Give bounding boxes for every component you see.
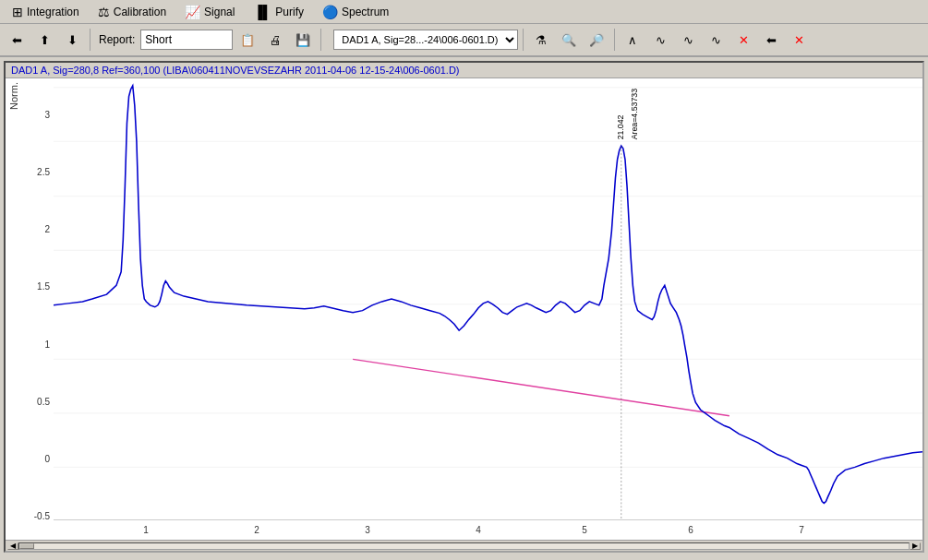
separator-3 [523, 29, 524, 51]
x-axis: 1 2 3 4 5 6 7 [54, 519, 922, 540]
svg-text:1: 1 [143, 525, 149, 535]
toolbar-signal-d[interactable]: ∿ [703, 27, 729, 53]
separator-2 [320, 29, 321, 51]
menu-purify[interactable]: ▐▌ Purify [245, 2, 312, 22]
svg-text:5: 5 [582, 525, 587, 535]
toolbar-prev[interactable]: ⬅ [758, 27, 784, 53]
toolbar-clear[interactable]: ✕ [730, 27, 756, 53]
toolbar-zoom-in[interactable]: 🔍 [556, 27, 582, 53]
scrollbar-horizontal[interactable]: ◀ ▶ [6, 540, 922, 551]
menu-purify-label: Purify [275, 6, 304, 18]
signal-select-wrapper: DAD1 A, Sig=28...-24\006-0601.D) [333, 30, 518, 50]
menu-calibration-label: Calibration [114, 6, 166, 18]
scroll-left-arrow[interactable]: ◀ [7, 542, 18, 550]
svg-text:4: 4 [476, 525, 481, 535]
report-input[interactable] [140, 30, 233, 50]
toolbar-close[interactable]: ✕ [786, 27, 812, 53]
chart-inner: Norm. 3 2.5 2 1.5 1 0.5 0 -0.5 [6, 78, 922, 540]
signal-select[interactable]: DAD1 A, Sig=28...-24\006-0601.D) [333, 30, 518, 50]
chart-container: DAD1 A, Sig=280,8 Ref=360,100 (LIBA\0604… [4, 61, 924, 553]
purify-icon: ▐▌ [253, 5, 271, 19]
menu-spectrum[interactable]: 🔵 Spectrum [314, 2, 397, 22]
annotation-area: Area=4.53733 [629, 89, 638, 139]
menu-signal-label: Signal [204, 6, 235, 18]
calibration-icon: ⚖ [98, 5, 110, 19]
scroll-right-arrow[interactable]: ▶ [910, 542, 921, 550]
y-axis-label: Norm. [6, 82, 22, 110]
toolbar-signal-a[interactable]: ∧ [620, 27, 645, 53]
x-axis-svg: 1 2 3 4 5 6 7 [54, 520, 922, 541]
y-axis-ticks: 3 2.5 2 1.5 1 0.5 0 -0.5 [6, 110, 54, 521]
report-label: Report: [99, 33, 135, 46]
menu-calibration[interactable]: ⚖ Calibration [90, 2, 175, 22]
chart-plot: 21.042 Area=4.53733 [54, 78, 922, 519]
toolbar-zoom-out[interactable]: 🔎 [584, 27, 609, 53]
separator-4 [614, 29, 615, 51]
chart-svg: 21.042 Area=4.53733 [54, 78, 922, 519]
toolbar-funnel[interactable]: ⚗ [528, 27, 554, 53]
toolbar-btn-1[interactable]: ⬅ [4, 27, 30, 53]
svg-text:3: 3 [365, 525, 370, 535]
report-btn-2[interactable]: 🖨 [262, 27, 288, 53]
toolbar-signal-c[interactable]: ∿ [675, 27, 701, 53]
toolbar: ⬅ ⬆ ⬇ Report: 📋 🖨 💾 DAD1 A, Sig=28...-24… [0, 24, 928, 57]
menu-bar: ⊞ Integration ⚖ Calibration 📈 Signal ▐▌ … [0, 0, 928, 24]
report-btn-3[interactable]: 💾 [290, 27, 316, 53]
menu-integration-label: Integration [27, 6, 79, 18]
toolbar-btn-2[interactable]: ⬆ [31, 27, 57, 53]
svg-line-8 [353, 359, 729, 415]
scroll-track[interactable] [18, 542, 910, 550]
integration-icon: ⊞ [12, 5, 23, 19]
toolbar-signal-b[interactable]: ∿ [647, 27, 673, 53]
spectrum-icon: 🔵 [322, 5, 338, 19]
svg-text:7: 7 [799, 525, 804, 535]
separator-1 [90, 29, 90, 51]
chart-title: DAD1 A, Sig=280,8 Ref=360,100 (LIBA\0604… [6, 63, 922, 78]
menu-integration[interactable]: ⊞ Integration [4, 2, 88, 22]
menu-spectrum-label: Spectrum [342, 6, 389, 18]
svg-text:6: 6 [688, 525, 693, 535]
svg-text:2: 2 [254, 525, 259, 535]
annotation-text: 21.042 [616, 114, 625, 139]
menu-signal[interactable]: 📈 Signal [176, 2, 243, 22]
report-btn-1[interactable]: 📋 [235, 27, 260, 53]
signal-icon: 📈 [185, 5, 200, 19]
toolbar-btn-3[interactable]: ⬇ [59, 27, 85, 53]
scroll-thumb[interactable] [19, 543, 34, 549]
